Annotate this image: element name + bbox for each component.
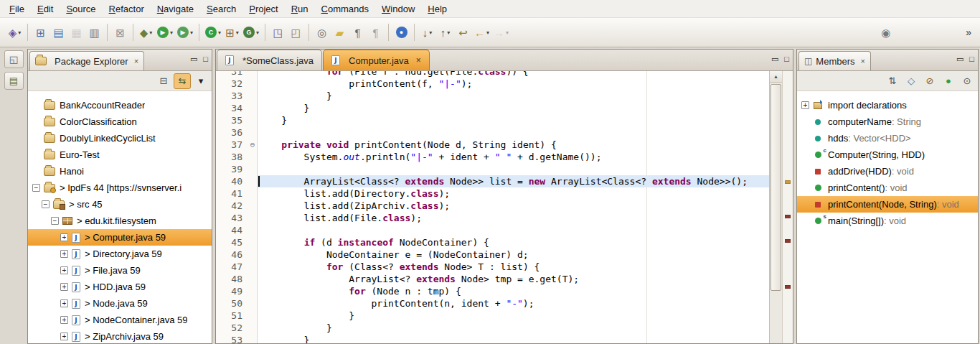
menu-commands[interactable]: Commands — [315, 1, 375, 17]
code-line-33[interactable]: 33 } — [216, 90, 769, 102]
code-line-36[interactable]: 36 — [216, 126, 769, 139]
expand-icon[interactable]: + — [60, 316, 68, 324]
collapse-icon[interactable]: − — [32, 184, 40, 192]
maximize-button[interactable]: □ — [784, 55, 789, 64]
restore-view-button[interactable]: ◱ — [4, 50, 24, 68]
expand-icon[interactable]: + — [60, 299, 68, 307]
menu-window[interactable]: Window — [375, 1, 421, 17]
external-tools-button[interactable]: ▶▾ — [175, 22, 195, 42]
hide-nonpublic-button[interactable]: ● — [940, 73, 957, 89]
code-line-34[interactable]: 34 } — [216, 102, 769, 114]
forward-button[interactable]: →▾ — [491, 22, 511, 42]
menu-file[interactable]: File — [3, 1, 31, 17]
expand-icon[interactable]: + — [801, 101, 809, 109]
print-button[interactable]: ▥ — [85, 22, 103, 42]
code-line-38[interactable]: 38 System.out.println("|-" + ident + " "… — [216, 151, 769, 163]
debug-button[interactable]: ◆▾ — [137, 22, 155, 42]
minimize-button[interactable]: ▭ — [771, 55, 778, 64]
code-line-41[interactable]: 41 list.add(Directory.class); — [216, 187, 769, 200]
code-line-53[interactable]: 53 } — [216, 334, 769, 343]
save-button[interactable]: ▦ — [67, 22, 85, 42]
member-item[interactable]: addDrive(HDD) : void — [797, 163, 978, 180]
expand-icon[interactable]: + — [60, 266, 68, 274]
back-button[interactable]: ←▾ — [472, 22, 491, 42]
member-item[interactable]: printContent() : void — [797, 180, 978, 196]
menu-navigate[interactable]: Navigate — [151, 1, 200, 17]
editor-tab-someclassjava[interactable]: J*SomeClass.java — [217, 50, 322, 70]
expand-icon[interactable]: + — [60, 233, 68, 241]
generate-button[interactable]: G▾ — [241, 22, 261, 42]
menu-run[interactable]: Run — [285, 1, 315, 17]
collapse-all-button[interactable]: ⊟ — [155, 73, 172, 89]
expand-icon[interactable]: + — [60, 333, 68, 340]
editor-scrollbar[interactable]: ▲ — [769, 71, 782, 343]
new-wizard-button[interactable]: ◈▾ — [6, 22, 24, 42]
tree-item[interactable]: +J> File.java 59 — [28, 262, 212, 279]
build-all-button[interactable]: ⊠ — [111, 22, 129, 42]
menu-edit[interactable]: Edit — [31, 1, 60, 17]
code-line-32[interactable]: 32 printContent(f, "|-"); — [216, 78, 769, 90]
menu-refactor[interactable]: Refactor — [103, 1, 151, 17]
mark-occurrences-button[interactable]: ▰ — [331, 22, 349, 42]
expand-icon[interactable]: + — [60, 283, 68, 291]
tree-item[interactable]: −> src 45 — [28, 196, 212, 213]
previous-annotation-button[interactable]: ↑▾ — [436, 22, 454, 42]
tree-item[interactable]: +J> NodeContainer.java 59 — [28, 312, 212, 328]
fold-collapse-icon[interactable]: ⊖ — [248, 139, 258, 151]
open-perspective-button[interactable]: ⊞ — [32, 22, 50, 42]
menu-help[interactable]: Help — [421, 1, 453, 17]
menu-search[interactable]: Search — [200, 1, 242, 17]
code-line-45[interactable]: 45 if (d instanceof NodeContainer) { — [216, 236, 769, 248]
collapse-icon[interactable]: − — [42, 200, 50, 208]
tree-item[interactable]: +J> Node.java 59 — [28, 295, 212, 312]
code-line-39[interactable]: 39 — [216, 163, 769, 175]
code-area[interactable]: 31 for (File f : hdd.get(File.class)) {3… — [216, 71, 769, 343]
code-line-48[interactable]: 48 ArrayList<? extends Node> tmp = e.get… — [216, 273, 769, 285]
overview-ruler[interactable] — [782, 71, 793, 343]
annotation-marker[interactable] — [785, 215, 791, 218]
minimize-button[interactable]: ▭ — [190, 55, 197, 64]
close-icon[interactable]: × — [861, 57, 865, 65]
member-item[interactable]: smain(String[]) : void — [797, 213, 978, 229]
pin-editor-button[interactable]: ◉ — [877, 22, 895, 42]
tree-item[interactable]: +J> HDD.java 59 — [28, 279, 212, 295]
web-browser-button[interactable]: ● — [392, 22, 410, 42]
collapse-icon[interactable]: − — [51, 217, 59, 225]
tree-item[interactable]: +J> Directory.java 59 — [28, 246, 212, 262]
code-line-37[interactable]: 37⊖ private void printContent(Node d, St… — [216, 139, 769, 151]
open-java-editor-button[interactable]: ▤ — [4, 72, 24, 90]
code-line-49[interactable]: 49 for (Node n : tmp) { — [216, 285, 769, 297]
scrollbar-thumb[interactable] — [771, 84, 781, 291]
annotation-marker[interactable] — [785, 239, 791, 243]
member-item[interactable]: cComputer(String, HDD) — [797, 147, 978, 163]
search-button[interactable]: ◎ — [313, 22, 331, 42]
maximize-button[interactable]: □ — [203, 55, 208, 64]
tree-item[interactable]: DoublyLinkedCyclicList — [28, 130, 212, 147]
member-item[interactable]: hdds : Vector<HDD> — [797, 130, 978, 147]
tree-item[interactable]: −> IpdFs 44 [https://svnserver.i — [28, 180, 212, 196]
run-button[interactable]: ▶▾ — [155, 22, 175, 42]
tree-item[interactable]: Hanoi — [28, 163, 212, 180]
minimize-button[interactable]: ▭ — [956, 55, 963, 64]
member-item[interactable]: +import declarations — [797, 97, 978, 113]
jar-import-button[interactable]: ◰ — [287, 22, 305, 42]
member-item[interactable]: computerName : String — [797, 113, 978, 130]
next-annotation-button[interactable]: ↓▾ — [418, 22, 436, 42]
menu-project[interactable]: Project — [242, 1, 284, 17]
sort-button[interactable]: ⇅ — [884, 73, 901, 89]
new-java-package-button[interactable]: ⊞▾ — [223, 22, 241, 42]
tree-item[interactable]: Euro-Test — [28, 147, 212, 163]
close-icon[interactable]: × — [416, 55, 421, 65]
code-line-40[interactable]: 40 ArrayList<Class<? extends Node>> list… — [216, 175, 769, 187]
code-line-43[interactable]: 43 list.add(File.class); — [216, 212, 769, 224]
code-line-44[interactable]: 44 — [216, 224, 769, 236]
code-line-50[interactable]: 50 printContent(n, ident + "-"); — [216, 297, 769, 310]
code-line-46[interactable]: 46 NodeContainer e = (NodeContainer) d; — [216, 248, 769, 261]
hide-local-types-button[interactable]: ⊙ — [958, 73, 976, 89]
hide-static-button[interactable]: ⊘ — [921, 73, 938, 89]
member-item[interactable]: printContent(Node, String) : void — [797, 196, 978, 213]
annotation-marker[interactable] — [785, 180, 791, 184]
hide-fields-button[interactable]: ◇ — [903, 73, 920, 89]
tree-item[interactable]: +J> Computer.java 59 — [28, 229, 212, 246]
maximize-button[interactable]: □ — [969, 55, 974, 64]
